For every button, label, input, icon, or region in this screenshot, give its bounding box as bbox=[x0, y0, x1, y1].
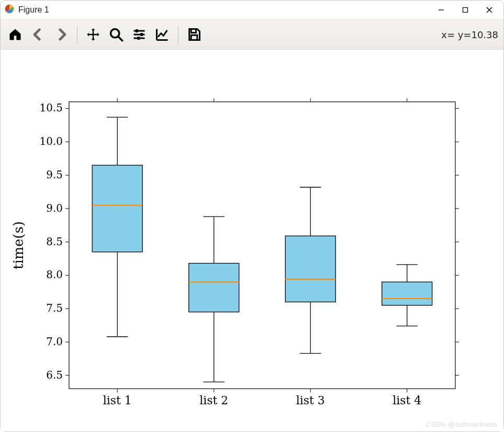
search-icon bbox=[109, 27, 124, 42]
svg-rect-2 bbox=[463, 8, 468, 13]
svg-text:8.5: 8.5 bbox=[46, 235, 63, 248]
title-left: Figure 1 bbox=[5, 4, 49, 16]
svg-text:list 3: list 3 bbox=[296, 394, 325, 407]
home-button[interactable] bbox=[5, 24, 26, 45]
arrow-right-icon bbox=[54, 27, 69, 42]
svg-rect-48 bbox=[92, 165, 142, 252]
svg-text:9.5: 9.5 bbox=[46, 168, 63, 181]
window-title: Figure 1 bbox=[18, 5, 49, 15]
zoom-button[interactable] bbox=[106, 24, 127, 45]
plot-area[interactable]: 6.57.07.58.08.59.09.510.010.5time(s)list… bbox=[1, 50, 503, 431]
svg-rect-57 bbox=[189, 263, 239, 312]
matplotlib-icon bbox=[5, 4, 14, 16]
svg-text:list 4: list 4 bbox=[393, 394, 421, 407]
save-button[interactable] bbox=[184, 24, 205, 45]
svg-text:list 2: list 2 bbox=[199, 394, 228, 407]
svg-line-6 bbox=[118, 37, 122, 41]
svg-rect-66 bbox=[285, 236, 335, 302]
svg-rect-10 bbox=[140, 33, 143, 36]
edit-axis-button[interactable] bbox=[152, 24, 173, 45]
svg-rect-13 bbox=[191, 29, 196, 33]
svg-rect-75 bbox=[382, 282, 432, 305]
window-controls bbox=[429, 2, 501, 18]
svg-text:10.0: 10.0 bbox=[40, 135, 63, 147]
svg-text:10.5: 10.5 bbox=[40, 101, 63, 114]
svg-text:7.5: 7.5 bbox=[46, 302, 63, 314]
forward-button[interactable] bbox=[51, 24, 72, 45]
back-button[interactable] bbox=[28, 24, 49, 45]
svg-rect-14 bbox=[191, 35, 197, 40]
configure-subplots-button[interactable] bbox=[129, 24, 150, 45]
svg-rect-8 bbox=[136, 29, 138, 32]
svg-text:9.0: 9.0 bbox=[46, 202, 63, 214]
close-button[interactable] bbox=[477, 2, 501, 18]
home-icon bbox=[8, 27, 23, 42]
sliders-icon bbox=[132, 27, 147, 42]
save-icon bbox=[187, 27, 201, 42]
svg-text:8.0: 8.0 bbox=[46, 268, 63, 281]
arrow-left-icon bbox=[31, 27, 46, 42]
svg-rect-12 bbox=[138, 37, 140, 40]
watermark: CSDN @submarineas bbox=[425, 420, 497, 428]
move-icon bbox=[86, 27, 100, 42]
line-chart-icon bbox=[155, 27, 170, 42]
svg-text:time(s): time(s) bbox=[10, 221, 26, 269]
toolbar-separator bbox=[77, 26, 77, 43]
toolbar: x= y=10.38 bbox=[1, 20, 503, 50]
pan-button[interactable] bbox=[83, 24, 104, 45]
svg-text:6.5: 6.5 bbox=[46, 369, 63, 381]
app-window: Figure 1 bbox=[0, 0, 504, 432]
svg-text:list 1: list 1 bbox=[103, 394, 132, 407]
boxplot-chart: 6.57.07.58.08.59.09.510.010.5time(s)list… bbox=[1, 50, 503, 431]
toolbar-separator bbox=[178, 26, 178, 43]
title-bar: Figure 1 bbox=[1, 1, 503, 20]
maximize-button[interactable] bbox=[453, 2, 477, 18]
coordinate-readout: x= y=10.38 bbox=[441, 29, 498, 40]
svg-text:7.0: 7.0 bbox=[46, 335, 63, 348]
minimize-button[interactable] bbox=[429, 2, 453, 18]
